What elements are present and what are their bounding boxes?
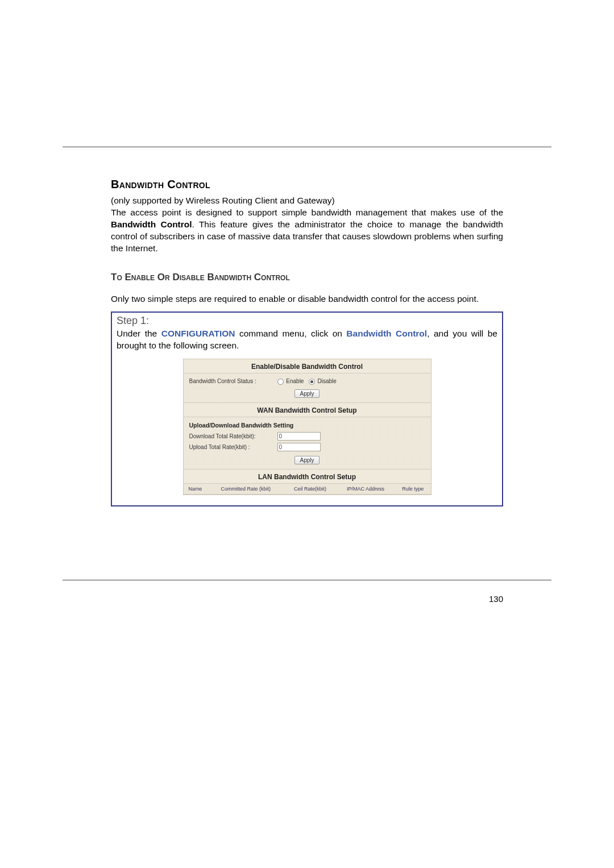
step-body-mid: command menu, click on <box>235 329 346 338</box>
upload-download-subheading: Upload/Download Bandwidth Setting <box>189 421 425 431</box>
lan-col-committed-rate: Committed Rate (kbit) <box>207 483 284 494</box>
lan-table-wrapper: Name Committed Rate (kbit) Ceil Rate(kbi… <box>184 483 431 495</box>
step-box: Step 1: Under the CONFIGURATION command … <box>111 312 503 506</box>
lan-setup-heading: LAN Bandwidth Control Setup <box>184 470 431 483</box>
status-row: Bandwidth Control Status : Enable Disabl… <box>189 377 425 386</box>
status-label: Bandwidth Control Status : <box>189 378 277 384</box>
wan-setup-heading: WAN Bandwidth Control Setup <box>184 403 431 417</box>
enable-radio-label: Enable <box>286 378 304 384</box>
subsection-intro: Only two simple steps are required to en… <box>111 293 503 305</box>
step-body-pre: Under the <box>117 329 161 338</box>
download-rate-input[interactable]: 0 <box>277 432 321 441</box>
enable-radio[interactable] <box>277 379 284 385</box>
configuration-keyword: CONFIGURATION <box>161 329 235 338</box>
top-rule <box>63 147 551 147</box>
lan-rules-table: Name Committed Rate (kbit) Ceil Rate(kbi… <box>184 483 431 495</box>
bottom-rule <box>63 580 551 580</box>
section-title: Bandwidth Control <box>111 178 503 191</box>
upload-rate-label: Upload Total Rate(kbit) : <box>189 444 277 450</box>
apply-button-2[interactable]: Apply <box>294 456 319 464</box>
wan-setup-panel: Upload/Download Bandwidth Setting Downlo… <box>184 417 431 470</box>
upload-rate-input[interactable]: 0 <box>277 443 321 451</box>
lan-col-ipmac: IP/MAC Address <box>336 483 395 494</box>
intro-pre: The access point is designed to support … <box>111 207 503 217</box>
embedded-ui-screenshot: Enable/Disable Bandwidth Control Bandwid… <box>183 359 432 495</box>
document-content: Bandwidth Control (only supported by Wir… <box>111 178 503 506</box>
download-rate-row: Download Total Rate(kbit): 0 <box>189 431 425 442</box>
disable-radio[interactable] <box>309 379 315 385</box>
support-note: (only supported by Wireless Routing Clie… <box>111 196 503 206</box>
disable-radio-label: Disable <box>318 378 337 384</box>
upload-rate-row: Upload Total Rate(kbit) : 0 <box>189 442 425 452</box>
page-number: 130 <box>489 594 503 604</box>
status-radio-group: Enable Disable <box>277 378 425 385</box>
enable-disable-panel: Bandwidth Control Status : Enable Disabl… <box>184 373 431 403</box>
subsection-title: To Enable Or Disable Bandwidth Control <box>111 272 503 283</box>
intro-paragraph: The access point is designed to support … <box>111 207 503 255</box>
apply-button-1[interactable]: Apply <box>294 389 319 398</box>
step-body: Under the CONFIGURATION command menu, cl… <box>117 328 497 352</box>
lan-col-ruletype: Rule type <box>395 483 431 494</box>
bandwidth-control-link: Bandwidth Control <box>346 329 427 338</box>
step-title: Step 1: <box>117 315 497 327</box>
lan-col-name: Name <box>184 483 208 494</box>
enable-disable-heading: Enable/Disable Bandwidth Control <box>184 359 431 373</box>
lan-col-ceil-rate: Ceil Rate(kbit) <box>284 483 336 494</box>
intro-bold: Bandwidth Control <box>111 219 192 229</box>
lan-table-header-row: Name Committed Rate (kbit) Ceil Rate(kbi… <box>184 483 431 494</box>
download-rate-label: Download Total Rate(kbit): <box>189 433 277 439</box>
